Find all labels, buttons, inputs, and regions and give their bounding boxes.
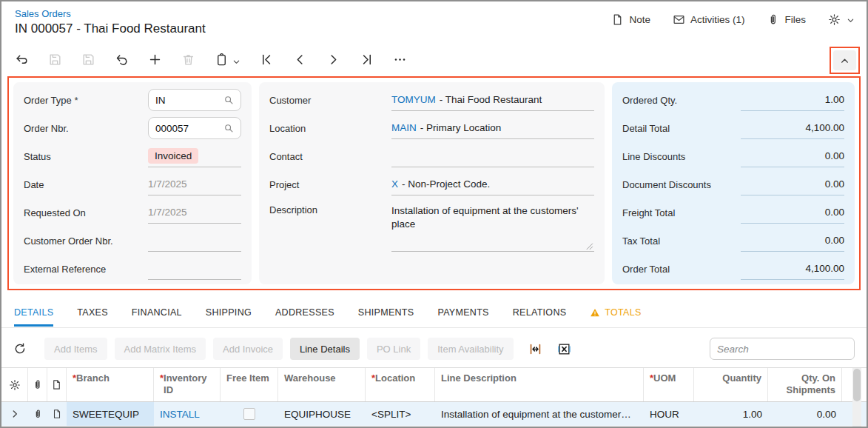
line-description-cell[interactable]: Installation of equipment at the custome… <box>435 402 644 426</box>
location-row: Location MAIN- Primary Location <box>269 114 594 142</box>
refresh-icon[interactable] <box>13 342 27 355</box>
branch-cell[interactable]: SWEETEQUIP <box>67 402 154 426</box>
tab-relations[interactable]: RELATIONS <box>513 307 567 324</box>
totals-panel: Ordered Qty. 1.00 Detail Total 4,100.00 … <box>612 82 855 284</box>
notes-column-header[interactable] <box>47 368 67 401</box>
detail-total-label: Detail Total <box>622 123 741 134</box>
location-cell[interactable]: <SPLIT> <box>366 402 435 426</box>
quantity-column-header[interactable]: Quantity <box>694 368 768 401</box>
tax-total-row: Tax Total 0.00 <box>622 227 844 255</box>
customer-row: Customer TOMYUM- Thai Food Restaurant <box>269 86 594 114</box>
tab-totals[interactable]: TOTALS <box>590 307 641 324</box>
free-item-checkbox[interactable] <box>243 408 255 420</box>
add-matrix-items-button: Add Matrix Items <box>115 338 206 360</box>
order-type-value: IN <box>155 95 223 106</box>
add-record-button[interactable] <box>148 53 162 67</box>
tab-shipments[interactable]: SHIPMENTS <box>358 307 414 324</box>
add-items-button: Add Items <box>44 338 107 360</box>
customer-panel: Customer TOMYUM- Thai Food Restaurant Lo… <box>259 82 605 284</box>
collapse-summary-button[interactable] <box>833 50 856 70</box>
grid-search-input[interactable] <box>717 344 850 355</box>
uom-cell[interactable]: HOUR <box>644 402 694 426</box>
warehouse-column-header[interactable]: Warehouse <box>278 368 366 401</box>
document-discounts-row: Document Discounts 0.00 <box>622 170 844 198</box>
grid-search-box[interactable] <box>710 338 855 360</box>
warehouse-cell[interactable]: EQUIPHOUSE <box>278 402 366 426</box>
quantity-cell[interactable]: 1.00 <box>694 402 768 426</box>
description-row: Description Installation of equipment at… <box>269 198 594 252</box>
tab-payments[interactable]: PAYMENTS <box>437 307 488 324</box>
details-grid: Branch Inventory ID Free Item Warehouse … <box>1 367 867 427</box>
customer-field[interactable]: TOMYUM- Thai Food Restaurant <box>391 89 594 111</box>
tab-financial[interactable]: FINANCIAL <box>132 307 182 324</box>
description-textarea[interactable]: Installation of equipment at the custome… <box>391 204 594 252</box>
inventory-id-column-header[interactable]: Inventory ID <box>154 368 221 401</box>
row-files-icon[interactable] <box>28 402 47 426</box>
order-nbr-label: Order Nbr. <box>24 123 148 134</box>
order-total-value: 4,100.00 <box>741 258 844 280</box>
contact-label: Contact <box>269 151 391 162</box>
ordered-qty-row: Ordered Qty. 1.00 <box>622 86 844 114</box>
branch-column-header[interactable]: Branch <box>67 368 154 401</box>
previous-record-button[interactable] <box>293 53 307 67</box>
project-field[interactable]: X- Non-Project Code. <box>391 173 594 195</box>
scrollbar-thumb[interactable] <box>853 369 861 401</box>
line-details-button[interactable]: Line Details <box>290 338 360 360</box>
table-row[interactable]: SWEETEQUIP INSTALL EQUIPHOUSE <SPLIT> In… <box>1 402 867 426</box>
customer-order-field[interactable] <box>148 230 241 252</box>
search-icon[interactable] <box>223 123 234 133</box>
ordered-qty-label: Ordered Qty. <box>622 95 741 106</box>
order-total-label: Order Total <box>622 264 741 275</box>
fit-width-icon[interactable] <box>528 342 542 356</box>
record-toolbar <box>15 46 407 73</box>
qty-on-shipments-column-header[interactable]: Qty. On Shipments <box>768 368 842 401</box>
vertical-scrollbar[interactable] <box>852 368 861 427</box>
description-label: Description <box>269 204 391 215</box>
location-name-text: - Primary Location <box>420 122 502 133</box>
order-type-input[interactable]: IN <box>148 89 241 111</box>
save-close-button <box>48 53 62 67</box>
contact-field[interactable] <box>391 145 594 167</box>
line-description-column-header[interactable]: Line Description <box>435 368 644 401</box>
location-column-header[interactable]: Location <box>366 368 435 401</box>
tab-details[interactable]: DETAILS <box>14 307 53 327</box>
undo-button[interactable] <box>115 53 129 67</box>
note-button[interactable]: Note <box>611 13 650 26</box>
location-code-link[interactable]: MAIN <box>391 122 417 133</box>
back-button[interactable] <box>15 53 29 67</box>
external-ref-field[interactable] <box>148 258 241 280</box>
next-record-button[interactable] <box>326 53 340 67</box>
gear-icon <box>828 13 841 26</box>
row-expand-chevron-icon[interactable] <box>1 402 28 426</box>
more-actions-button[interactable] <box>393 53 407 67</box>
customer-code-link[interactable]: TOMYUM <box>391 94 436 105</box>
qty-on-shipments-cell[interactable]: 0.00 <box>768 402 842 426</box>
free-item-column-header[interactable]: Free Item <box>221 368 278 401</box>
files-column-header[interactable] <box>28 368 47 401</box>
settings-menu-button[interactable] <box>828 13 855 26</box>
document-discounts-value: 0.00 <box>741 173 844 195</box>
export-excel-icon[interactable] <box>557 342 571 356</box>
order-nbr-input[interactable]: 000057 <box>148 117 241 139</box>
resize-handle-icon[interactable] <box>585 241 593 249</box>
activities-button[interactable]: Activities (1) <box>673 13 745 26</box>
last-record-button[interactable] <box>360 53 374 67</box>
copy-paste-button[interactable] <box>215 53 240 67</box>
column-settings-button[interactable] <box>1 368 28 401</box>
search-icon[interactable] <box>223 95 234 105</box>
tab-shipping[interactable]: SHIPPING <box>206 307 252 324</box>
requested-on-row: Requested On 1/7/2025 <box>24 198 241 227</box>
first-record-button[interactable] <box>260 53 274 67</box>
project-code-link[interactable]: X <box>391 178 398 190</box>
uom-column-header[interactable]: UOM <box>644 368 694 401</box>
freight-total-value: 0.00 <box>741 201 844 224</box>
inventory-id-link[interactable]: INSTALL <box>160 409 200 420</box>
breadcrumb[interactable]: Sales Orders <box>15 8 71 19</box>
location-field[interactable]: MAIN- Primary Location <box>391 117 594 139</box>
files-button[interactable]: Files <box>767 13 806 26</box>
contact-row: Contact <box>269 142 594 170</box>
tab-taxes[interactable]: TAXES <box>77 307 108 324</box>
tab-addresses[interactable]: ADDRESSES <box>275 307 334 324</box>
order-total-row: Order Total 4,100.00 <box>622 255 844 283</box>
row-note-icon[interactable] <box>47 402 67 426</box>
